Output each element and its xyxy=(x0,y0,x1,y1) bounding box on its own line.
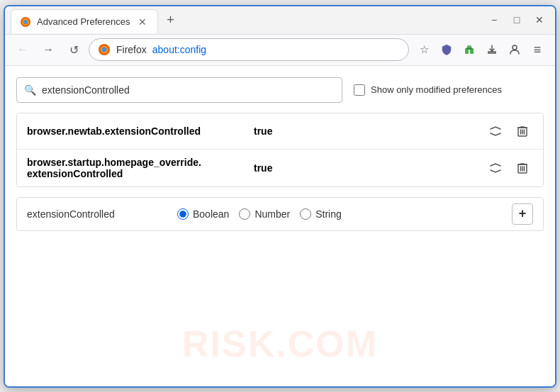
boolean-radio[interactable] xyxy=(177,208,189,220)
new-tab-button[interactable]: + xyxy=(161,10,181,30)
new-pref-row: extensionControlled Boolean Number Strin… xyxy=(16,197,544,231)
browser-tab[interactable]: Advanced Preferences ✕ xyxy=(11,9,158,33)
bookmark-button[interactable]: ☆ xyxy=(413,39,435,60)
svg-point-10 xyxy=(513,45,517,50)
tab-close-button[interactable]: ✕ xyxy=(136,16,149,28)
title-bar: Advanced Preferences ✕ + − □ ✕ xyxy=(5,6,555,35)
add-pref-button[interactable]: + xyxy=(512,203,533,225)
show-modified-checkbox[interactable] xyxy=(354,84,365,96)
row-1-actions xyxy=(485,121,533,142)
results-table: browser.newtab.extensionControlled true xyxy=(16,113,544,187)
nav-bar: ← → ↺ Firefox about:config ☆ xyxy=(5,35,555,66)
string-label: String xyxy=(315,208,342,220)
boolean-option[interactable]: Boolean xyxy=(177,208,229,220)
number-option[interactable]: Number xyxy=(239,208,290,220)
extension-button[interactable] xyxy=(459,39,480,60)
row-2-delete-button[interactable] xyxy=(512,157,533,179)
boolean-label: Boolean xyxy=(193,208,229,220)
window-close-button[interactable]: ✕ xyxy=(530,10,549,30)
svg-rect-9 xyxy=(466,47,472,50)
new-pref-name: extensionControlled xyxy=(27,208,169,220)
pref-value-2: true xyxy=(254,162,485,174)
number-label: Number xyxy=(254,208,290,220)
table-row: browser.newtab.extensionControlled true xyxy=(17,113,543,150)
forward-button[interactable]: → xyxy=(38,39,59,60)
url-display: about:config xyxy=(152,44,400,55)
account-button[interactable] xyxy=(504,39,525,60)
browser-window: Advanced Preferences ✕ + − □ ✕ ← → ↺ Fir… xyxy=(4,5,556,388)
window-controls: − □ ✕ xyxy=(484,10,549,30)
table-row: browser.startup.homepage_override. exten… xyxy=(17,150,543,186)
string-option[interactable]: String xyxy=(300,208,342,220)
firefox-logo xyxy=(98,43,111,56)
svg-point-2 xyxy=(23,20,28,24)
row-1-toggle-button[interactable] xyxy=(485,121,506,142)
search-input[interactable] xyxy=(42,84,335,96)
address-bar[interactable]: Firefox about:config xyxy=(89,38,409,61)
back-button[interactable]: ← xyxy=(12,39,33,60)
minimize-button[interactable]: − xyxy=(484,10,504,30)
row-2-actions xyxy=(485,157,533,179)
browser-name-label: Firefox xyxy=(116,44,147,55)
search-icon: 🔍 xyxy=(24,84,36,96)
shield-button[interactable] xyxy=(436,39,457,60)
maximize-button[interactable]: □ xyxy=(507,10,527,30)
number-radio[interactable] xyxy=(239,208,250,220)
tab-label: Advanced Preferences xyxy=(37,16,130,27)
pref-value-1: true xyxy=(254,125,485,137)
reload-button[interactable]: ↺ xyxy=(63,39,84,60)
search-box-container: 🔍 xyxy=(16,77,342,103)
watermark: RISK.COM xyxy=(182,323,378,365)
tab-favicon xyxy=(20,16,31,28)
row-2-toggle-button[interactable] xyxy=(485,157,506,179)
pref-name-1: browser.newtab.extensionControlled xyxy=(27,125,254,137)
svg-point-5 xyxy=(102,47,107,52)
content-area: RISK.COM 🔍 Show only modified preference… xyxy=(5,66,555,386)
type-radio-group: Boolean Number String xyxy=(177,208,503,220)
pref-name-2: browser.startup.homepage_override. exten… xyxy=(27,157,254,179)
string-radio[interactable] xyxy=(300,208,311,220)
search-row: 🔍 Show only modified preferences xyxy=(16,77,544,103)
row-1-delete-button[interactable] xyxy=(512,121,533,142)
menu-button[interactable]: ≡ xyxy=(527,39,548,60)
nav-icons: ☆ xyxy=(413,39,548,60)
show-modified-label[interactable]: Show only modified preferences xyxy=(354,84,502,96)
show-modified-text: Show only modified preferences xyxy=(371,84,502,95)
download-button[interactable] xyxy=(481,39,503,60)
